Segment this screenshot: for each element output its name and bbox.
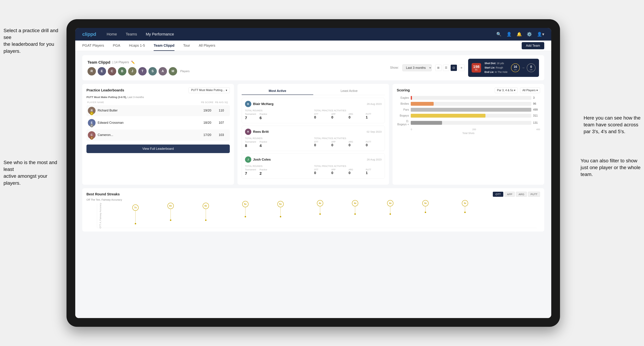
avatar: S: [148, 67, 157, 75]
bar-fill: [411, 121, 442, 125]
activity-card: Most Active Least Active B Blair McHarg …: [238, 84, 389, 185]
sub-nav: PGAT Players PGA Hcaps 1-5 Team Clippd T…: [75, 40, 551, 51]
nav-home[interactable]: Home: [106, 32, 117, 36]
chevron-down-icon: ▾: [226, 89, 227, 92]
nav-teams[interactable]: Teams: [126, 32, 137, 36]
bar-row: Eagles 3: [397, 96, 540, 100]
subnav-hcaps[interactable]: Hcaps 1-5: [129, 40, 145, 51]
activity-date: 26 Aug 2023: [367, 102, 382, 105]
activity-player-header: J Josh Coles 26 Aug 2023: [245, 156, 382, 163]
leaderboard-filter[interactable]: PUTT Must Make Putting... ▾: [188, 87, 230, 93]
streaks-chart: OTT A, Fairway Accuracy 7x 6x 6x 5x 5x 4…: [97, 204, 536, 228]
scoring-card: Scoring Par 3, 4 & 5s ▾ All Players ▾ Ea…: [392, 84, 544, 185]
edit-icon[interactable]: ✏️: [131, 60, 135, 64]
card-view-btn[interactable]: ⊡: [450, 65, 457, 71]
bar-value: 131: [533, 121, 540, 124]
streaks-node[interactable]: 4x: [387, 200, 394, 215]
streaks-node[interactable]: 7x: [132, 204, 138, 224]
streaks-dot: [280, 216, 281, 217]
bar-label: Eagles: [397, 96, 409, 99]
streaks-bubble: 5x: [278, 201, 284, 207]
lb-player-info: E 2 Edward Crossman: [88, 119, 200, 127]
streaks-buttons: OTTAPPARGPUTT: [493, 192, 540, 197]
shot-circle-start: 16 yds: [511, 63, 520, 72]
show-select[interactable]: Last 3 months Last 6 months Last year: [402, 64, 432, 71]
activity-player-header: R Rees Britt 02 Sep 2023: [245, 129, 382, 135]
streaks-bubble: 3x: [422, 200, 428, 206]
streaks-node[interactable]: 3x: [422, 200, 428, 213]
streaks-node[interactable]: 5x: [278, 201, 284, 217]
streaks-dot: [425, 212, 426, 213]
bar-chart: Eagles 3 Birdies 96 Pars 499 Bogeys 311 …: [397, 96, 540, 126]
streaks-node[interactable]: 3x: [462, 200, 468, 213]
table-view-btn[interactable]: ≡: [458, 65, 464, 71]
streaks-line: [280, 207, 281, 216]
activity-practice-activities: Total Practice Activities OTT 0 APP 0 AR…: [314, 109, 382, 120]
streaks-bubble: 3x: [462, 200, 468, 206]
bar-value: 311: [533, 114, 540, 117]
settings-icon[interactable]: ⚙️: [527, 32, 532, 37]
streaks-btn-putt[interactable]: PUTT: [528, 192, 540, 197]
subnav-team-clippd[interactable]: Team Clippd: [154, 40, 174, 51]
nav-links: Home Teams My Performance: [106, 32, 496, 36]
view-full-leaderboard-button[interactable]: View Full Leaderboard: [86, 145, 230, 153]
tab-most-active[interactable]: Most Active: [242, 87, 313, 95]
annotation-left1: Select a practice drill and seethe leade…: [4, 27, 63, 54]
avatar-icon[interactable]: 👤▾: [537, 32, 544, 37]
scoring-filter-players[interactable]: All Players ▾: [520, 87, 540, 93]
subnav-pgat[interactable]: PGAT Players: [82, 40, 104, 51]
nav-my-performance[interactable]: My Performance: [146, 32, 174, 36]
lb-player-name: Cameron...: [98, 133, 113, 137]
leaderboard-card-header: Practice Leaderboards PUTT Must Make Put…: [86, 87, 230, 93]
streaks-btn-arg[interactable]: ARG: [516, 192, 527, 197]
streaks-btn-ott[interactable]: OTT: [493, 192, 503, 197]
tab-least-active[interactable]: Least Active: [313, 87, 385, 95]
tablet-screen: clippd Home Teams My Performance 🔍 👤 🔔 ⚙…: [75, 28, 551, 318]
streaks-subtitle: Off The Tee, Fairway Accuracy: [86, 198, 540, 201]
bar-track: [411, 102, 531, 106]
lb-player-info: C 3 Cameron...: [88, 131, 200, 139]
bar-value: 3: [533, 96, 540, 99]
scoring-filters: Par 3, 4 & 5s ▾ All Players ▾: [495, 87, 540, 93]
streaks-btn-app[interactable]: APP: [504, 192, 515, 197]
add-team-button[interactable]: Add Team: [522, 42, 544, 49]
grid-view-btn[interactable]: ⊞: [435, 65, 442, 71]
lb-avg: 103: [214, 133, 228, 137]
bar-track: [411, 121, 531, 125]
bar-axis: 0 200 400: [397, 128, 540, 131]
avatar: T: [138, 67, 147, 75]
leaderboard-row: E 2 Edward Crossman 18/20 107: [86, 117, 230, 128]
lb-player-info: R 1 Richard Butler: [88, 107, 200, 114]
bar-fill: [411, 114, 486, 118]
people-icon[interactable]: 👤: [506, 32, 512, 37]
subnav-all-players[interactable]: All Players: [199, 40, 215, 51]
streaks-bubble: 4x: [317, 200, 323, 206]
streaks-node[interactable]: 6x: [168, 203, 174, 221]
streaks-node[interactable]: 6x: [203, 203, 209, 221]
avatar: C: [108, 67, 116, 75]
avatar: E: [98, 67, 106, 75]
subnav-pga[interactable]: PGA: [113, 40, 120, 51]
bell-icon[interactable]: 🔔: [516, 32, 522, 37]
streaks-node[interactable]: 4x: [352, 200, 358, 215]
search-icon[interactable]: 🔍: [496, 32, 502, 37]
bar-label: Bogeys: [397, 114, 409, 117]
nav-icons: 🔍 👤 🔔 ⚙️ 👤▾: [496, 32, 544, 37]
nav-logo: clippd: [82, 31, 96, 37]
activity-total-rounds: Total Rounds Tournament 8 Practice 4: [245, 137, 312, 148]
activity-date: 26 Aug 2023: [367, 158, 382, 161]
list-view-btn[interactable]: ☰: [443, 65, 449, 71]
avatar: B: [118, 67, 126, 75]
bar-row: Bogeys 311: [397, 114, 540, 118]
streaks-card: Best Round Streaks OTTAPPARGPUTT Off The…: [82, 188, 544, 231]
activity-avatar: J: [245, 156, 251, 163]
streaks-node[interactable]: 4x: [317, 200, 323, 215]
streaks-node[interactable]: 5x: [242, 201, 248, 217]
activity-total-rounds: Total Rounds Tournament 7 Practice 6: [245, 109, 312, 120]
lb-score: 17/20: [200, 133, 214, 137]
team-count: | 14 Players: [112, 60, 129, 64]
scoring-filter-par[interactable]: Par 3, 4 & 5s ▾: [495, 87, 518, 93]
subnav-tour[interactable]: Tour: [183, 40, 190, 51]
team-name-row: Team Clippd | 14 Players ✏️: [88, 60, 190, 65]
avatar: M: [169, 67, 177, 75]
